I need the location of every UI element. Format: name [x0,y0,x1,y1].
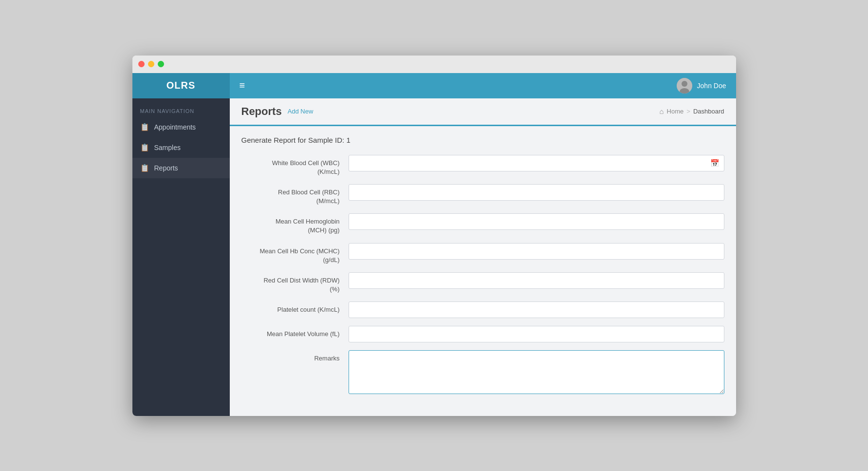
sidebar-item-appointments[interactable]: 📋 Appointments [132,117,230,137]
user-name: John Doe [697,82,726,90]
window-controls [138,61,164,67]
samples-icon: 📋 [140,143,149,152]
avatar [677,78,692,94]
label-wbc: White Blood Cell (WBC)(K/mcL) [241,155,349,176]
input-wrap-rbc [349,184,724,201]
maximize-dot[interactable] [158,61,164,67]
appointments-icon: 📋 [140,123,149,132]
input-wbc[interactable] [349,155,724,171]
calendar-icon[interactable]: 📅 [710,159,720,168]
label-mpv: Mean Platelet Volume (fL) [241,326,349,339]
input-wrap-plt [349,301,724,318]
minimize-dot[interactable] [148,61,154,67]
sidebar-item-label: Appointments [154,123,196,131]
page-header-left: Reports Add New [241,105,314,118]
app-window: OLRS ≡ John Doe Main Navigation [132,56,736,416]
label-plt: Platelet count (K/mcL) [241,301,349,314]
form-row-wbc: White Blood Cell (WBC)(K/mcL) 📅 [241,155,724,176]
input-wrap-remarks [349,350,724,396]
form-row-plt: Platelet count (K/mcL) [241,301,724,318]
content-area: Reports Add New ⌂ Home > Dashboard Gener… [230,98,736,416]
form-section-title: Generate Report for Sample ID: 1 [241,136,724,144]
form-row-mch: Mean Cell Hemoglobin(MCH) (pg) [241,213,724,235]
label-mch: Mean Cell Hemoglobin(MCH) (pg) [241,213,349,235]
form-row-mchc: Mean Cell Hb Conc (MCHC)(g/dL) [241,243,724,264]
label-mchc: Mean Cell Hb Conc (MCHC)(g/dL) [241,243,349,264]
form-row-rdw: Red Cell Dist Width (RDW)(%) [241,272,724,294]
page-title: Reports [241,105,282,118]
svg-point-1 [682,81,687,87]
input-wrap-mchc [349,243,724,260]
reports-icon: 📋 [140,164,149,172]
input-rdw[interactable] [349,272,724,289]
input-rbc[interactable] [349,184,724,201]
sidebar-item-label: Reports [154,164,178,172]
sidebar-item-label: Samples [154,144,181,151]
input-wrap-mpv [349,326,724,342]
input-wrap-mch [349,213,724,230]
sidebar-item-samples[interactable]: 📋 Samples [132,137,230,158]
form-container: Generate Report for Sample ID: 1 White B… [230,126,736,414]
titlebar [132,56,736,73]
sidebar: Main Navigation 📋 Appointments 📋 Samples… [132,98,230,416]
form-row-rbc: Red Blood Cell (RBC)(M/mcL) [241,184,724,206]
label-remarks: Remarks [241,350,349,363]
input-remarks[interactable] [349,350,724,394]
form-row-remarks: Remarks [241,350,724,396]
label-rdw: Red Cell Dist Width (RDW)(%) [241,272,349,294]
sidebar-item-reports[interactable]: 📋 Reports [132,158,230,178]
sidebar-section-label: Main Navigation [132,103,230,117]
breadcrumb-separator: > [686,108,690,115]
input-plt[interactable] [349,301,724,318]
input-wrap-wbc: 📅 [349,155,724,171]
breadcrumb: ⌂ Home > Dashboard [660,107,724,115]
breadcrumb-current: Dashboard [693,108,724,115]
form-row-mpv: Mean Platelet Volume (fL) [241,326,724,342]
menu-toggle-icon[interactable]: ≡ [240,80,245,91]
user-menu[interactable]: John Doe [677,78,726,94]
app-layout: OLRS ≡ John Doe Main Navigation [132,73,736,416]
close-dot[interactable] [138,61,145,67]
breadcrumb-home[interactable]: Home [667,108,684,115]
input-mchc[interactable] [349,243,724,260]
input-mch[interactable] [349,213,724,230]
input-mpv[interactable] [349,326,724,342]
add-new-link[interactable]: Add New [288,108,314,115]
app-brand: OLRS [132,73,230,98]
page-header: Reports Add New ⌂ Home > Dashboard [230,98,736,126]
home-icon: ⌂ [660,107,664,115]
label-rbc: Red Blood Cell (RBC)(M/mcL) [241,184,349,206]
form-actions: Create [230,414,736,415]
main-area: Main Navigation 📋 Appointments 📋 Samples… [132,98,736,416]
topnav: OLRS ≡ John Doe [132,73,736,98]
input-wrap-rdw [349,272,724,289]
